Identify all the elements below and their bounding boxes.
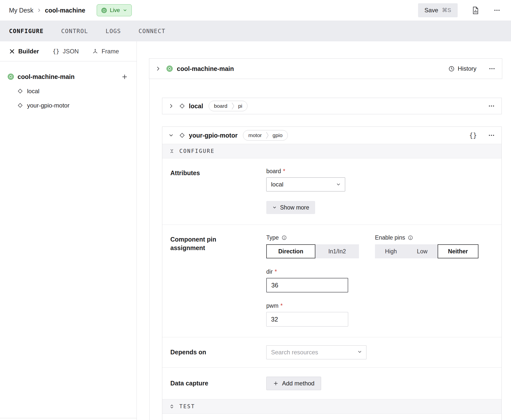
toggle-high[interactable]: High [375, 244, 407, 258]
tag-board: board [209, 103, 231, 109]
component-diamond-icon [18, 88, 23, 94]
more-options-icon[interactable] [493, 7, 500, 14]
tree-item-your-gpio-motor[interactable]: your-gpio-motor [0, 98, 137, 113]
view-tab-json[interactable]: {} JSON [53, 48, 79, 55]
add-resource-icon[interactable] [121, 73, 128, 80]
toggle-direction[interactable]: Direction [266, 244, 315, 258]
tab-control[interactable]: CONTROL [61, 28, 88, 34]
json-braces-icon: {} [53, 48, 60, 55]
enable-pins-toggle-group: High Low Neither [375, 244, 478, 258]
component-diamond-icon [18, 103, 23, 108]
resource-type-tags: board pi [209, 101, 247, 111]
tree-child-label: local [27, 88, 39, 95]
more-options-icon[interactable] [488, 102, 495, 110]
chevron-down-icon [336, 182, 341, 187]
view-tab-builder-label: Builder [18, 48, 39, 55]
tree-guide-line [149, 79, 150, 420]
plus-icon [273, 381, 279, 386]
depends-on-placeholder: Search resources [271, 349, 318, 356]
live-label: Live [110, 7, 120, 14]
builder-canvas: cool-machine-main History loca [137, 41, 511, 420]
dir-pin-input[interactable] [266, 278, 348, 292]
type-label: Type [266, 234, 279, 241]
show-more-button[interactable]: Show more [266, 201, 315, 214]
attributes-label: Attributes [170, 168, 266, 214]
expand-chevron-icon[interactable] [155, 66, 161, 71]
machine-main-title: cool-machine-main [177, 65, 234, 72]
breadcrumb-root-link[interactable]: My Desk [9, 7, 33, 14]
top-header: My Desk cool-machine Live Save ⌘S [0, 0, 511, 21]
history-clock-icon [448, 66, 455, 72]
view-tab-frame[interactable]: Frame [92, 48, 119, 55]
chevron-down-icon [123, 8, 127, 13]
depends-on-row: Depends on Search resources [162, 337, 501, 367]
configure-section-bar[interactable]: CONFIGURE [162, 144, 501, 158]
required-marker: * [283, 168, 285, 175]
save-shortcut: ⌘S [442, 7, 451, 14]
history-button[interactable]: History [448, 65, 476, 72]
toggle-in1-in2[interactable]: In1/In2 [315, 244, 359, 258]
breadcrumb: My Desk cool-machine [9, 7, 85, 14]
show-more-label: Show more [280, 204, 309, 211]
enable-pins-toggle-section: Enable pins High Low Neither [375, 234, 478, 258]
tag-gpio: gpio [269, 132, 288, 138]
pwm-pin-input[interactable] [266, 312, 348, 327]
component-diamond-icon [179, 133, 185, 138]
view-tab-json-label: JSON [63, 48, 79, 55]
machine-main-card: cool-machine-main History [149, 58, 502, 79]
depends-on-select[interactable]: Search resources [266, 345, 366, 359]
tag-motor: motor [243, 132, 266, 138]
history-label: History [458, 65, 476, 72]
gpio-motor-card: your-gpio-motor motor gpio {} [162, 127, 502, 420]
chevron-down-icon [272, 205, 277, 210]
machine-part-icon [166, 65, 173, 72]
tab-connect[interactable]: CONNECT [139, 28, 165, 34]
tab-logs[interactable]: LOGS [106, 28, 121, 34]
topbar-actions: Save ⌘S [418, 3, 500, 17]
dir-field-label: dir [266, 268, 273, 275]
tree-root-label: cool-machine-main [18, 73, 75, 80]
board-select[interactable]: local [266, 177, 345, 191]
local-board-card: local board pi [162, 98, 502, 114]
save-label: Save [425, 7, 438, 14]
configure-section-label: CONFIGURE [179, 148, 215, 154]
view-mode-tabs: Builder {} JSON Frame [0, 41, 137, 61]
test-section-bar[interactable]: TEST [162, 399, 501, 414]
toggle-low[interactable]: Low [407, 244, 437, 258]
breadcrumb-separator-icon [37, 8, 41, 13]
live-icon [101, 8, 107, 13]
local-card-title: local [189, 102, 203, 110]
expand-chevron-icon[interactable] [168, 103, 174, 109]
save-button[interactable]: Save ⌘S [418, 3, 458, 17]
info-icon[interactable] [282, 235, 287, 240]
toggle-neither[interactable]: Neither [438, 244, 478, 258]
machine-report-icon[interactable] [472, 7, 479, 14]
type-toggle-section: Type Direction In1/In2 [266, 234, 359, 258]
machine-part-icon [8, 73, 14, 80]
sidebar-footer-divider [0, 418, 137, 420]
view-tab-builder[interactable]: Builder [9, 48, 39, 55]
more-options-icon[interactable] [488, 65, 495, 72]
chevron-down-icon [357, 349, 362, 356]
machine-name: cool-machine [45, 7, 85, 14]
collapse-section-icon [169, 149, 174, 154]
collapse-chevron-icon[interactable] [168, 133, 174, 138]
add-method-label: Add method [282, 380, 314, 387]
attributes-row: Attributes board * local [162, 158, 501, 225]
pin-assignment-label: Component pin assignment [170, 234, 266, 327]
tree-item-machine-main[interactable]: cool-machine-main [0, 69, 137, 84]
motor-card-title: your-gpio-motor [189, 132, 237, 139]
code-braces-icon[interactable]: {} [469, 132, 477, 139]
tag-separator-icon [266, 130, 269, 140]
pwm-field-label: pwm [266, 302, 279, 309]
required-marker: * [281, 302, 283, 309]
info-icon[interactable] [408, 235, 413, 240]
more-options-icon[interactable] [488, 132, 495, 139]
live-status-dropdown[interactable]: Live [97, 4, 132, 16]
add-method-button[interactable]: Add method [266, 377, 321, 390]
tag-pi: pi [235, 103, 247, 109]
tree-item-local[interactable]: local [0, 84, 137, 98]
enable-pins-label: Enable pins [375, 234, 405, 241]
frame-axes-icon [92, 48, 98, 54]
tab-configure[interactable]: CONFIGURE [9, 28, 44, 34]
